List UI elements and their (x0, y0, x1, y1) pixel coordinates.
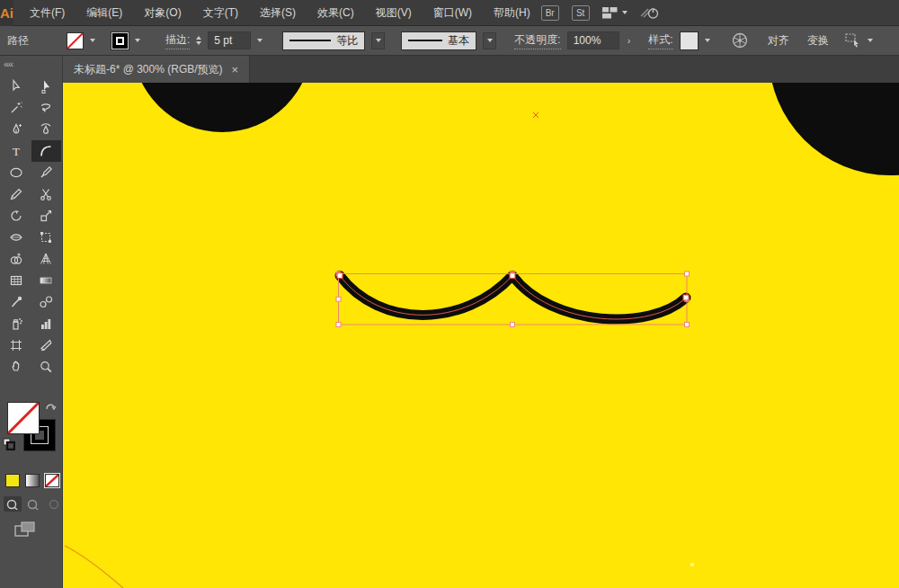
ellipse-tool-icon (9, 165, 23, 180)
pencil-tool[interactable] (2, 183, 31, 205)
canvas-area[interactable] (63, 83, 899, 588)
mesh-tool[interactable] (2, 270, 31, 291)
curvature-tool[interactable] (31, 119, 61, 140)
collapse-panel-icon[interactable]: «« (4, 58, 13, 69)
draw-behind-button[interactable] (24, 496, 42, 512)
free-transform-tool[interactable] (31, 227, 61, 248)
artboard[interactable] (63, 83, 899, 588)
bridge-button[interactable]: Br (541, 5, 559, 21)
menu-item-1[interactable]: 编辑(E) (76, 0, 133, 26)
gpu-performance-icon[interactable] (640, 5, 660, 20)
none-button[interactable] (45, 474, 59, 487)
workspace-layout-icon (602, 7, 618, 19)
direct-selection-tool[interactable] (31, 76, 61, 97)
handle-middle-left[interactable] (336, 297, 341, 301)
menu-item-8[interactable]: 帮助(H) (483, 0, 541, 26)
anchor-end[interactable] (683, 295, 689, 300)
selection-tool[interactable] (2, 76, 31, 97)
paintbrush-tool[interactable] (31, 162, 61, 183)
gradient-tool-icon (39, 273, 53, 288)
opacity-more-button[interactable]: › (626, 35, 633, 46)
select-similar-chevron[interactable] (868, 39, 873, 42)
document-tab[interactable]: 未标题-6* @ 300% (RGB/预览) × (63, 56, 250, 83)
anchor-start[interactable] (337, 273, 343, 279)
pen-tool[interactable] (2, 119, 31, 140)
stepper-up-icon[interactable] (196, 36, 201, 40)
opacity-panel-link[interactable]: 不透明度: (514, 32, 560, 49)
recolor-artwork-icon[interactable] (732, 32, 748, 49)
artboard-tool[interactable] (2, 334, 31, 356)
transform-panel-link[interactable]: 变换 (807, 33, 829, 49)
magic-wand-tool[interactable] (2, 97, 31, 119)
draw-normal-button[interactable] (4, 496, 22, 512)
ellipse-tool[interactable] (2, 162, 31, 183)
screen-mode-button[interactable] (14, 521, 36, 541)
menu-item-3[interactable]: 文字(T) (192, 0, 249, 26)
style-chevron[interactable] (705, 39, 710, 42)
blend-tool-icon (39, 295, 53, 309)
graphic-style-swatch[interactable] (680, 31, 699, 50)
menu-item-6[interactable]: 视图(V) (365, 0, 423, 26)
scale-tool[interactable] (31, 205, 61, 227)
close-icon[interactable]: × (232, 64, 239, 76)
stroke-weight-chevron[interactable] (257, 39, 263, 42)
tools-panel-header: «« (0, 56, 62, 70)
handle-top-right[interactable] (685, 272, 690, 276)
type-tool[interactable]: T (2, 140, 31, 162)
stroke-dropdown-chevron[interactable] (135, 39, 140, 42)
stroke-weight-stepper[interactable] (196, 36, 201, 45)
width-profile-dropdown[interactable]: 等比 (282, 31, 365, 50)
column-graph-tool[interactable] (31, 313, 61, 334)
handle-bottom-right[interactable] (685, 323, 690, 327)
app-logo[interactable]: Ai (0, 0, 13, 26)
default-fill-stroke-icon[interactable] (3, 438, 15, 450)
perspective-grid-tool[interactable] (31, 248, 61, 270)
handle-bottom-left[interactable] (336, 323, 341, 327)
stroke-weight-value[interactable]: 5 pt (208, 31, 251, 49)
select-similar-icon[interactable] (845, 33, 861, 48)
stepper-down-icon[interactable] (196, 41, 201, 45)
menu-item-4[interactable]: 选择(S) (249, 0, 307, 26)
stock-button[interactable]: St (572, 5, 590, 21)
opacity-value[interactable]: 100% (567, 31, 619, 49)
handle-bottom-center[interactable] (511, 323, 515, 327)
fill-dropdown-chevron[interactable] (90, 39, 95, 42)
brush-definition-dropdown[interactable]: 基本 (401, 31, 476, 50)
menu-item-0[interactable]: 文件(F) (19, 0, 76, 26)
profile-line-preview (289, 40, 331, 41)
scale-tool-icon (39, 209, 53, 223)
main-menu: 文件(F)编辑(E)对象(O)文字(T)选择(S)效果(C)视图(V)窗口(W)… (19, 0, 541, 26)
lasso-tool[interactable] (31, 97, 61, 119)
eyedropper-tool[interactable] (2, 291, 31, 313)
brush-chevron-button[interactable] (483, 32, 496, 49)
menu-item-7[interactable]: 窗口(W) (423, 0, 483, 26)
zoom-tool[interactable] (31, 356, 61, 378)
fill-color-swatch[interactable] (67, 32, 84, 49)
scissors-tool-icon (39, 187, 53, 201)
shape-builder-tool[interactable] (2, 248, 31, 270)
swap-fill-stroke-icon[interactable] (45, 400, 58, 412)
workspace-switcher[interactable] (602, 7, 628, 19)
blend-tool[interactable] (31, 291, 61, 313)
rotate-tool[interactable] (2, 205, 31, 227)
width-tool-icon (9, 230, 23, 245)
width-tool[interactable] (2, 227, 31, 248)
gradient-button[interactable] (25, 474, 40, 487)
symbol-sprayer-tool[interactable] (2, 313, 31, 334)
stroke-color-swatch[interactable] (111, 32, 129, 49)
menu-item-2[interactable]: 对象(O) (133, 0, 191, 26)
color-button[interactable] (5, 474, 20, 487)
menu-item-5[interactable]: 效果(C) (307, 0, 365, 26)
fill-proxy-swatch[interactable] (7, 402, 40, 434)
profile-chevron-button[interactable] (371, 32, 385, 49)
hand-tool[interactable] (2, 356, 31, 378)
anchor-peak[interactable] (510, 273, 515, 279)
arc-tool[interactable] (31, 140, 61, 162)
style-panel-link[interactable]: 样式: (648, 32, 672, 49)
align-panel-link[interactable]: 对齐 (768, 33, 789, 49)
scissors-tool[interactable] (31, 183, 61, 205)
draw-inside-button[interactable] (45, 496, 63, 512)
slice-tool[interactable] (31, 334, 61, 356)
gradient-tool[interactable] (31, 270, 61, 291)
stroke-panel-link[interactable]: 描边: (165, 32, 190, 49)
